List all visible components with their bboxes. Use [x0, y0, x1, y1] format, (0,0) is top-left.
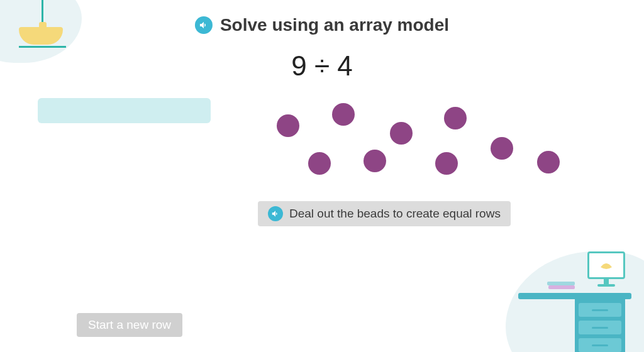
bead[interactable]: [364, 150, 386, 172]
instruction-bar: Deal out the beads to create equal rows: [258, 201, 511, 226]
lamp-decoration: [19, 0, 66, 48]
bead[interactable]: [390, 122, 413, 145]
start-new-row-button[interactable]: Start a new row: [77, 313, 182, 337]
audio-icon[interactable]: [195, 16, 213, 34]
audio-icon[interactable]: [268, 206, 283, 221]
bead[interactable]: [537, 151, 560, 173]
instruction-text: Deal out the beads to create equal rows: [289, 207, 501, 221]
bead[interactable]: [308, 152, 331, 175]
bead[interactable]: [332, 103, 355, 126]
desk-decoration: [518, 293, 631, 352]
bead[interactable]: [277, 114, 299, 137]
bead[interactable]: [491, 137, 513, 160]
page-title: Solve using an array model: [220, 15, 449, 35]
problem-expression: 9 ÷ 4: [291, 50, 353, 82]
monitor-decoration: [587, 251, 625, 287]
bead[interactable]: [435, 152, 458, 175]
array-row-drop-zone[interactable]: [38, 98, 211, 123]
title-row: Solve using an array model: [195, 15, 449, 35]
books-decoration: [547, 282, 575, 289]
beads-container: [270, 101, 560, 182]
bead[interactable]: [444, 107, 467, 129]
